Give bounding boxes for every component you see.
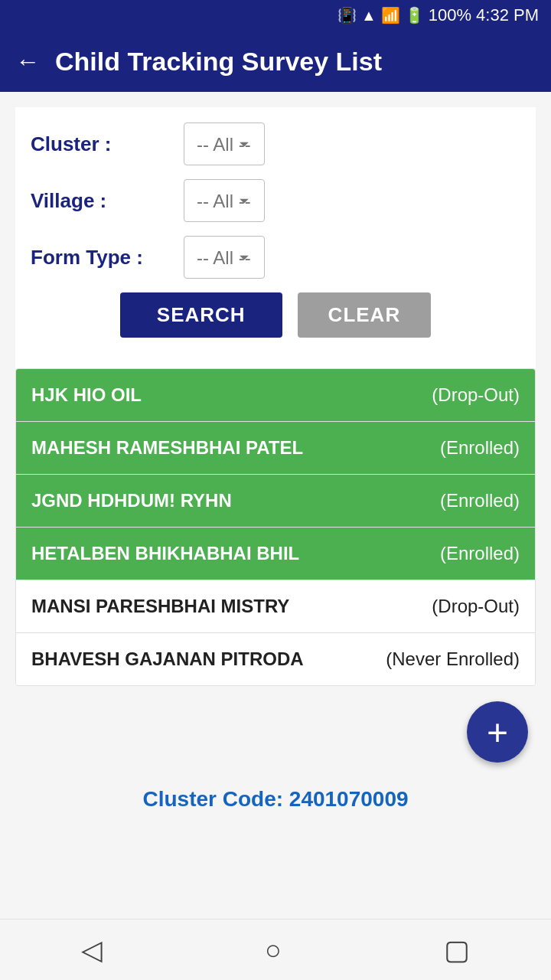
vibrate-icon: 📳 [337,6,357,24]
cluster-select-wrapper: -- All -- [184,122,520,165]
cluster-code: Cluster Code: 2401070009 [15,775,536,827]
clear-button[interactable]: CLEAR [298,292,432,338]
status-icons: 📳 ▲ 📶 🔋 100% 4:32 PM [337,5,539,25]
nav-bar: ◁ ○ ▢ [0,919,551,980]
village-label: Village : [31,189,184,213]
search-button[interactable]: SEARCH [120,292,282,338]
cluster-select[interactable]: -- All -- [184,122,265,165]
back-button[interactable]: ← [15,47,40,76]
village-filter-row: Village : -- All -- [31,179,520,222]
signal-icon: 📶 [381,6,400,24]
fab-container: + [15,701,536,775]
list-item[interactable]: HETALBEN BHIKHABHAI BHIL(Enrolled) [16,528,535,580]
wifi-icon: ▲ [361,7,377,24]
list-item-status: (Enrolled) [440,437,520,459]
battery-percent: 100% [429,5,471,25]
list-item-status: (Never Enrolled) [386,648,520,670]
survey-list: HJK HIO OIL(Drop-Out)MAHESH RAMESHBHAI P… [15,368,536,686]
list-item-status: (Drop-Out) [432,384,520,406]
list-item-name: HJK HIO OIL [31,384,142,406]
status-bar: 📳 ▲ 📶 🔋 100% 4:32 PM [0,0,551,31]
page-title: Child Tracking Survey List [55,47,382,77]
list-item-status: (Enrolled) [440,490,520,511]
village-select[interactable]: -- All -- [184,179,265,222]
time: 4:32 PM [476,5,539,25]
list-item-name: JGND HDHDUM! RYHN [31,490,232,511]
recents-nav-icon[interactable]: ▢ [444,934,470,966]
back-nav-icon[interactable]: ◁ [81,934,103,966]
formtype-label: Form Type : [31,246,184,270]
village-select-wrapper: -- All -- [184,179,520,222]
list-item-status: (Drop-Out) [432,596,520,617]
filter-section: Cluster : -- All -- Village : -- All -- … [15,107,536,368]
main-content: Cluster : -- All -- Village : -- All -- … [0,92,551,919]
battery-icon: 🔋 [405,6,424,24]
list-item[interactable]: MANSI PARESHBHAI MISTRY(Drop-Out) [16,580,535,633]
formtype-select[interactable]: -- All -- [184,236,265,279]
list-item-name: MAHESH RAMESHBHAI PATEL [31,437,303,459]
formtype-filter-row: Form Type : -- All -- [31,236,520,279]
add-button[interactable]: + [467,701,528,763]
list-item-name: BHAVESH GAJANAN PITRODA [31,648,304,670]
list-item-status: (Enrolled) [440,543,520,564]
list-item-name: MANSI PARESHBHAI MISTRY [31,596,289,617]
cluster-filter-row: Cluster : -- All -- [31,122,520,165]
formtype-select-wrapper: -- All -- [184,236,520,279]
app-header: ← Child Tracking Survey List [0,31,551,92]
cluster-label: Cluster : [31,132,184,156]
button-row: SEARCH CLEAR [31,292,520,338]
list-item-name: HETALBEN BHIKHABHAI BHIL [31,543,299,564]
list-item[interactable]: HJK HIO OIL(Drop-Out) [16,369,535,422]
home-nav-icon[interactable]: ○ [265,934,282,966]
list-item[interactable]: MAHESH RAMESHBHAI PATEL(Enrolled) [16,422,535,475]
list-item[interactable]: BHAVESH GAJANAN PITRODA(Never Enrolled) [16,633,535,685]
list-item[interactable]: JGND HDHDUM! RYHN(Enrolled) [16,475,535,528]
